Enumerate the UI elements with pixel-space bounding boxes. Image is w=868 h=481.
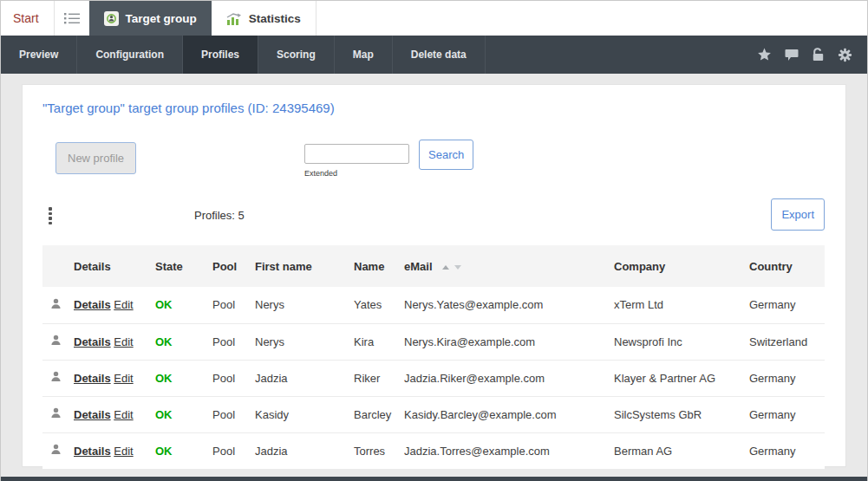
pool-cell: Pool xyxy=(212,396,255,432)
name-cell: Torres xyxy=(354,432,404,469)
start-label: Start xyxy=(13,11,39,25)
toolbar-item-profiles[interactable]: Profiles xyxy=(183,36,258,74)
edit-link[interactable]: Edit xyxy=(114,298,133,311)
state-cell: OK xyxy=(155,432,212,469)
header-country[interactable]: Country xyxy=(749,245,825,287)
edit-link[interactable]: Edit xyxy=(114,445,133,458)
person-icon xyxy=(49,406,62,419)
table-row: Details Edit OK Pool Nerys Yates Nerys.Y… xyxy=(42,287,825,323)
header-first-name[interactable]: First name xyxy=(255,245,354,287)
profile-row-icon-cell xyxy=(42,323,74,360)
profile-row-icon-cell xyxy=(42,287,74,323)
profile-row-icon-cell xyxy=(42,360,74,396)
details-link[interactable]: Details xyxy=(74,298,111,311)
comment-icon[interactable] xyxy=(785,49,799,62)
country-cell: Germany xyxy=(749,396,825,432)
profile-row-icon-cell xyxy=(42,396,74,432)
sort-asc-icon[interactable] xyxy=(442,265,449,270)
section-toolbar: Preview Configuration Profiles Scoring M… xyxy=(1,36,867,74)
name-cell: Riker xyxy=(354,360,404,396)
gear-icon[interactable] xyxy=(838,48,852,62)
first-name-cell: Jadzia xyxy=(255,432,354,469)
edit-link[interactable]: Edit xyxy=(114,372,133,385)
details-cell: Details Edit xyxy=(74,287,155,323)
unlock-icon[interactable] xyxy=(812,48,825,62)
details-link[interactable]: Details xyxy=(74,335,111,348)
search-button[interactable]: Search xyxy=(419,140,473,170)
country-cell: Germany xyxy=(749,360,825,396)
state-badge: OK xyxy=(155,372,173,385)
search-input[interactable] xyxy=(304,144,409,164)
profiles-table: Details State Pool First name Name eMail xyxy=(42,245,825,470)
first-name-cell: Kasidy xyxy=(255,396,354,432)
table-row: Details Edit OK Pool Jadzia Torres Jadzi… xyxy=(42,432,825,469)
new-profile-button[interactable]: New profile xyxy=(55,142,136,174)
details-cell: Details Edit xyxy=(74,396,155,432)
country-cell: Switzerland xyxy=(749,323,825,360)
extended-search-link[interactable]: Extended xyxy=(304,169,337,178)
statistics-icon xyxy=(226,12,242,25)
state-cell: OK xyxy=(155,287,212,323)
toolbar-item-configuration[interactable]: Configuration xyxy=(77,36,183,74)
header-email[interactable]: eMail xyxy=(404,245,614,287)
tab-target-group-label: Target group xyxy=(126,12,197,25)
table-row: Details Edit OK Pool Nerys Kira Nerys.Ki… xyxy=(42,323,825,360)
details-link[interactable]: Details xyxy=(74,445,111,458)
header-company[interactable]: Company xyxy=(614,245,749,287)
list-icon xyxy=(63,11,81,25)
state-badge: OK xyxy=(155,445,173,458)
table-body: Details Edit OK Pool Nerys Yates Nerys.Y… xyxy=(42,287,825,469)
state-badge: OK xyxy=(155,335,173,348)
details-cell: Details Edit xyxy=(74,323,155,360)
toolbar-item-map[interactable]: Map xyxy=(335,36,393,74)
page-title: "Target group" target group profiles (ID… xyxy=(42,101,335,115)
name-cell: Kira xyxy=(354,323,404,360)
header-pool[interactable]: Pool xyxy=(212,245,255,287)
tab-list-button[interactable] xyxy=(55,1,89,36)
first-name-cell: Jadzia xyxy=(255,360,354,396)
state-cell: OK xyxy=(155,360,212,396)
email-cell: Nerys.Yates@example.com xyxy=(404,287,614,323)
header-state[interactable]: State xyxy=(155,245,212,287)
pool-cell: Pool xyxy=(212,323,255,360)
tab-statistics[interactable]: Statistics xyxy=(212,1,317,36)
header-details[interactable]: Details xyxy=(74,245,155,287)
toolbar-item-preview[interactable]: Preview xyxy=(1,36,77,74)
person-icon xyxy=(49,334,62,347)
profiles-card: "Target group" target group profiles (ID… xyxy=(22,84,846,467)
pool-cell: Pool xyxy=(212,287,255,323)
edit-link[interactable]: Edit xyxy=(114,408,133,421)
company-cell: Klayer & Partner AG xyxy=(614,360,749,396)
toolbar-item-scoring[interactable]: Scoring xyxy=(258,36,335,74)
details-link[interactable]: Details xyxy=(74,372,111,385)
details-link[interactable]: Details xyxy=(74,408,111,421)
details-cell: Details Edit xyxy=(74,432,155,469)
star-icon[interactable] xyxy=(757,48,772,62)
name-cell: Yates xyxy=(354,287,404,323)
start-menu-item[interactable]: Start xyxy=(1,1,55,36)
export-button[interactable]: Export xyxy=(771,198,825,231)
target-group-icon xyxy=(104,11,119,26)
country-cell: Germany xyxy=(749,287,825,323)
table-header-row: Details State Pool First name Name eMail xyxy=(42,245,825,287)
state-cell: OK xyxy=(155,323,212,360)
email-cell: Jadzia.Riker@example.com xyxy=(404,360,614,396)
person-icon xyxy=(49,297,62,310)
email-sort-arrows xyxy=(442,265,461,270)
tab-statistics-label: Statistics xyxy=(249,12,301,25)
header-name[interactable]: Name xyxy=(354,245,404,287)
company-cell: xTerm Ltd xyxy=(614,287,749,323)
person-icon xyxy=(49,370,62,383)
profile-row-icon-cell xyxy=(42,432,74,469)
company-cell: SilcSystems GbR xyxy=(614,396,749,432)
tab-target-group[interactable]: Target group xyxy=(89,1,212,36)
tab-bar: Start Target group xyxy=(1,1,867,36)
toolbar-item-delete-data[interactable]: Delete data xyxy=(393,36,486,74)
email-cell: Jadzia.Torres@example.com xyxy=(404,432,614,469)
table-options-menu-icon[interactable] xyxy=(47,205,54,226)
name-cell: Barcley xyxy=(354,396,404,432)
edit-link[interactable]: Edit xyxy=(114,335,133,348)
sort-desc-icon[interactable] xyxy=(454,265,461,270)
window-bottom-bar xyxy=(1,477,867,481)
details-cell: Details Edit xyxy=(74,360,155,396)
